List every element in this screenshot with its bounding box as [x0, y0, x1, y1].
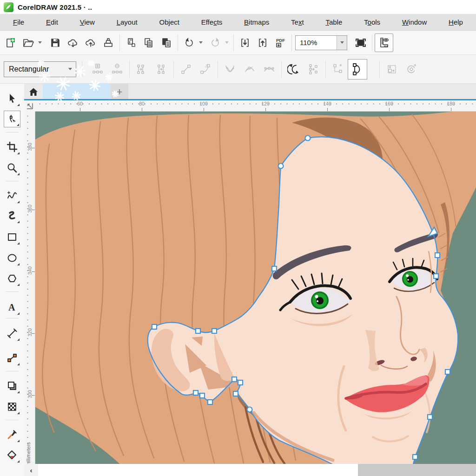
extend-curve-to-close-button[interactable] — [328, 59, 348, 79]
property-bar: Rectangular — [0, 55, 476, 84]
cusp-node-button[interactable] — [220, 59, 240, 79]
artistic-media-tool[interactable] — [4, 207, 20, 224]
v-ruler-label: 340 — [27, 265, 33, 276]
curve-node-square[interactable] — [200, 393, 205, 398]
menu-text[interactable]: Text — [291, 18, 304, 26]
rotate-skew-nodes-button[interactable] — [402, 59, 421, 79]
curve-node-circle[interactable] — [247, 407, 252, 412]
export-button[interactable] — [254, 33, 271, 52]
curve-node-square[interactable] — [272, 266, 277, 271]
scrollbar-track[interactable] — [38, 464, 476, 476]
dimension-tool[interactable] — [4, 325, 20, 342]
connector-tool[interactable] — [4, 350, 20, 366]
curve-node-square[interactable] — [413, 455, 417, 459]
menu-object[interactable]: Object — [159, 18, 179, 26]
cut-button[interactable] — [122, 33, 140, 52]
menu-window[interactable]: Window — [402, 18, 427, 26]
ruler-origin-corner[interactable] — [24, 100, 35, 112]
welcome-screen-tab[interactable] — [24, 84, 43, 100]
close-curve-button[interactable] — [348, 59, 367, 79]
extract-subpath-button[interactable] — [304, 59, 323, 79]
transparency-tool[interactable] — [4, 398, 20, 415]
crop-tool[interactable] — [4, 139, 20, 155]
undo-button[interactable] — [180, 33, 198, 52]
paste-button[interactable] — [158, 33, 175, 52]
curve-node-square[interactable] — [434, 274, 438, 278]
freehand-tool[interactable] — [4, 187, 20, 204]
smooth-node-button[interactable] — [240, 59, 259, 79]
document-tab-strip: + — [24, 84, 476, 100]
curve-node-square[interactable] — [208, 400, 212, 404]
horizontal-ruler[interactable]: 6080100120140160180 — [35, 100, 476, 112]
pick-tool[interactable] — [4, 90, 20, 107]
polygon-tool[interactable] — [4, 270, 20, 287]
import-button[interactable] — [236, 33, 254, 52]
zoom-level-combobox[interactable]: 110% — [295, 35, 347, 50]
symmetrical-node-button[interactable] — [259, 59, 279, 79]
scrollbar-thumb[interactable] — [358, 464, 476, 476]
curve-node-square[interactable] — [212, 329, 217, 333]
h-ruler-label: 180 — [447, 101, 455, 106]
add-node-button[interactable] — [88, 59, 107, 79]
text-tool[interactable]: A — [4, 299, 20, 316]
new-document-button[interactable] — [2, 33, 20, 52]
curve-node-square[interactable] — [445, 370, 450, 374]
join-nodes-button[interactable] — [132, 59, 152, 79]
curve-node-square[interactable] — [435, 253, 440, 258]
undo-dropdown-arrow[interactable] — [199, 41, 203, 44]
rectangle-tool[interactable] — [4, 229, 20, 245]
menu-bitmaps[interactable]: Bitmaps — [244, 18, 269, 26]
stretch-nodes-button[interactable] — [382, 59, 402, 79]
h-ruler-label: 140 — [323, 101, 331, 106]
zoom-dropdown-button[interactable] — [337, 36, 347, 50]
menu-table[interactable]: Table — [325, 18, 342, 26]
curve-node-circle[interactable] — [278, 164, 284, 169]
curve-node-square[interactable] — [233, 391, 238, 396]
fullscreen-preview-button[interactable] — [352, 33, 370, 52]
h-ruler-label: 100 — [199, 101, 208, 106]
menu-edit[interactable]: Edit — [46, 18, 58, 26]
color-eyedropper-tool[interactable] — [4, 426, 20, 443]
curve-node-square[interactable] — [193, 390, 198, 395]
convert-to-curve-button[interactable] — [196, 59, 215, 79]
selection-mode-combobox[interactable]: Rectangular — [4, 61, 76, 77]
curve-node-square[interactable] — [152, 324, 157, 329]
menu-tools[interactable]: Tools — [364, 18, 380, 26]
delete-node-button[interactable] — [107, 59, 127, 79]
print-button[interactable] — [99, 33, 117, 52]
document-tab-active[interactable] — [43, 84, 111, 100]
menu-file[interactable]: File — [13, 18, 24, 26]
menu-help[interactable]: Help — [449, 18, 463, 26]
curve-node-circle[interactable] — [305, 136, 311, 141]
curve-node-square[interactable] — [428, 415, 432, 419]
new-document-tab-button[interactable]: + — [111, 84, 128, 100]
menu-effects[interactable]: Effects — [201, 18, 223, 26]
reverse-direction-button[interactable] — [284, 59, 304, 79]
redo-button[interactable] — [206, 33, 224, 52]
open-dropdown-arrow[interactable] — [38, 41, 42, 44]
zoom-tool[interactable] — [4, 159, 20, 176]
shape-tool[interactable] — [4, 111, 20, 127]
cloud-upload-button[interactable] — [82, 33, 99, 52]
drawing-canvas[interactable] — [35, 112, 476, 464]
redo-dropdown-arrow[interactable] — [225, 41, 229, 44]
scroll-left-button[interactable]: ‹ — [24, 464, 38, 476]
publish-pdf-button[interactable]: PDF — [271, 33, 289, 52]
copy-button[interactable] — [140, 33, 158, 52]
interactive-fill-tool[interactable] — [4, 447, 20, 463]
show-rulers-button[interactable] — [375, 33, 393, 52]
cloud-download-button[interactable] — [64, 33, 82, 52]
vertical-ruler[interactable]: millimeters 380360340320300 — [24, 112, 35, 464]
open-button[interactable] — [20, 33, 37, 52]
standard-toolbar: PDF 110% — [0, 31, 476, 55]
curve-node-square[interactable] — [238, 380, 243, 385]
ellipse-tool[interactable] — [4, 250, 20, 266]
menu-view[interactable]: View — [80, 18, 95, 26]
curve-node-square[interactable] — [196, 329, 200, 333]
drop-shadow-tool[interactable] — [4, 377, 20, 394]
save-button[interactable] — [46, 33, 64, 52]
convert-to-line-button[interactable] — [176, 59, 196, 79]
menu-layout[interactable]: Layout — [117, 18, 138, 26]
curve-node-square[interactable] — [232, 377, 237, 382]
break-curve-button[interactable] — [152, 59, 171, 79]
